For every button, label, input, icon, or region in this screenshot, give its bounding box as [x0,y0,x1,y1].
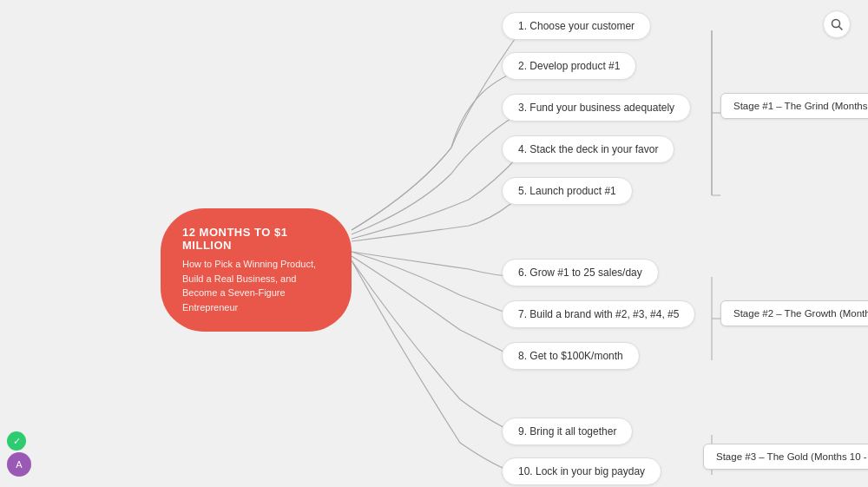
topic-node-7[interactable]: 7. Build a brand with #2, #3, #4, #5 [502,300,695,328]
topic-node-10[interactable]: 10. Lock in your big payday [502,457,661,485]
topic-node-8[interactable]: 8. Get to $100K/month [502,342,640,370]
search-icon [831,18,843,30]
topic-node-9[interactable]: 9. Bring it all together [502,418,633,445]
topic-node-6[interactable]: 6. Grow #1 to 25 sales/day [502,259,659,286]
check-button[interactable]: ✓ [7,431,26,451]
center-title: 12 MONTHS TO $1 MILLION [182,226,330,252]
check-icon: ✓ [13,436,21,447]
center-node: 12 MONTHS TO $1 MILLION How to Pick a Wi… [161,208,352,332]
svg-line-7 [839,27,843,30]
topic-node-3[interactable]: 3. Fund your business adequately [502,94,691,122]
avatar[interactable]: A [7,452,31,477]
search-button[interactable] [823,10,851,38]
stage-node-s1[interactable]: Stage #1 – The Grind (Months 1 - 4) [720,93,868,119]
avatar-letter: A [16,459,22,470]
stage-node-s3[interactable]: Stage #3 – The Gold (Months 10 - 12) [703,444,868,470]
stage-node-s2[interactable]: Stage #2 – The Growth (Months 5 [720,300,868,326]
topic-node-4[interactable]: 4. Stack the deck in your favor [502,135,674,163]
topic-node-5[interactable]: 5. Launch product #1 [502,177,633,205]
center-subtitle: How to Pick a Winning Product, Build a R… [182,257,330,314]
topic-node-2[interactable]: 2. Develop product #1 [502,52,636,80]
topic-node-1[interactable]: 1. Choose your customer [502,12,651,40]
